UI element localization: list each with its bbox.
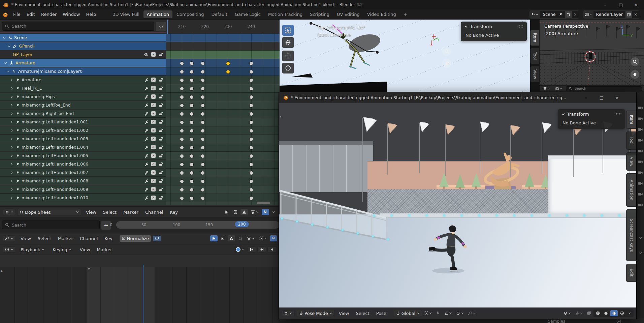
eye-icon[interactable] — [144, 53, 148, 57]
close-button[interactable]: × — [609, 92, 625, 103]
workspace-tab-default[interactable]: Default — [208, 10, 231, 18]
dope-scrollbar-handle[interactable] — [116, 221, 280, 229]
prev-keyframe-button[interactable] — [257, 246, 266, 253]
graph-menu-view[interactable]: View — [17, 235, 34, 242]
viewlayer-copy-button[interactable] — [625, 11, 632, 18]
modifier-wrench-icon[interactable] — [144, 137, 148, 141]
scene-browse-button[interactable] — [530, 11, 540, 18]
keyframe[interactable] — [180, 61, 184, 65]
sidebar-tab-tool[interactable]: Tool — [626, 131, 636, 150]
keyframe-selected[interactable] — [226, 61, 230, 65]
channel-row[interactable]: mixamorig:LeftHandIndex1.004 ✓ — [0, 143, 166, 151]
keyframe[interactable] — [249, 179, 253, 183]
keyframe-selected[interactable] — [226, 70, 230, 74]
orientation-dropdown[interactable]: Global — [394, 310, 422, 317]
keyframe[interactable] — [190, 87, 194, 91]
workspace-tab-uv-editing[interactable]: UV Editing — [333, 10, 363, 18]
channel-search[interactable] — [2, 22, 154, 31]
keyframe[interactable] — [190, 163, 194, 167]
select-box-tool[interactable] — [282, 25, 294, 36]
camera-toggle-icon[interactable] — [638, 127, 643, 131]
modifier-wrench-icon[interactable] — [144, 120, 148, 124]
graph-tweak-tool-icon[interactable] — [210, 235, 218, 241]
workspace-tab-compositing[interactable]: Compositing — [173, 10, 207, 18]
jump-to-start-button[interactable] — [247, 246, 256, 253]
pin-icon[interactable] — [15, 120, 20, 124]
pose-menu-pose[interactable]: Pose — [373, 310, 390, 317]
unlock-icon[interactable] — [159, 112, 163, 116]
keyframe[interactable] — [180, 112, 184, 116]
viewlayer-browse-button[interactable] — [583, 11, 593, 18]
channel-enable-checkbox[interactable]: ✓ — [151, 179, 156, 183]
modifier-wrench-icon[interactable] — [144, 78, 148, 82]
keyframe[interactable] — [190, 112, 194, 116]
only-errors-icon[interactable] — [240, 209, 248, 215]
workspace-tab--[interactable]: + — [400, 10, 411, 18]
unlock-icon[interactable] — [159, 103, 163, 107]
keyframe[interactable] — [201, 146, 205, 150]
pin-icon[interactable] — [15, 179, 20, 183]
workspace-tab-video-editing[interactable]: Video Editing — [364, 10, 399, 18]
channel-row[interactable]: mixamorig:LeftHandIndex1.006 ✓ — [0, 160, 166, 168]
scene-name[interactable]: Scene — [543, 12, 555, 17]
filter-funnel-button[interactable] — [249, 209, 260, 215]
modifier-wrench-icon[interactable] — [144, 103, 148, 107]
graph-only-errors-icon[interactable] — [228, 235, 235, 241]
timeline-expand-arrow[interactable]: ▸ — [1, 268, 3, 273]
chevron-down-icon[interactable] — [638, 236, 642, 240]
pin-icon[interactable] — [15, 128, 20, 133]
channel-enable-checkbox[interactable]: ✓ — [151, 153, 156, 158]
expand-icon[interactable] — [10, 103, 13, 107]
expand-icon[interactable] — [10, 162, 13, 166]
channel-enable-checkbox[interactable]: ✓ — [151, 145, 156, 149]
collapse-icon[interactable] — [4, 61, 7, 65]
menu-help[interactable]: Help — [83, 10, 99, 18]
graph-menu-marker[interactable]: Marker — [55, 235, 76, 242]
minimize-button[interactable]: – — [598, 0, 613, 9]
normalize-button[interactable]: Normalize — [119, 235, 151, 242]
keyframe[interactable] — [180, 188, 184, 192]
maximize-button[interactable]: □ — [613, 0, 629, 9]
keyframe[interactable] — [249, 104, 253, 108]
channel-enable-checkbox[interactable]: ✓ — [151, 162, 156, 166]
keyframe[interactable] — [190, 78, 194, 82]
outliner-display-mode-button[interactable] — [542, 86, 552, 92]
keyframe[interactable] — [201, 112, 205, 116]
channel-enable-checkbox[interactable]: ✓ — [151, 78, 156, 82]
channel-enable-checkbox[interactable]: ✓ — [151, 103, 156, 107]
collapse-icon[interactable] — [561, 112, 565, 116]
modifier-wrench-icon[interactable] — [144, 112, 148, 116]
unlock-icon[interactable] — [159, 120, 163, 124]
camera-toggle-icon[interactable] — [638, 148, 643, 153]
unlock-icon[interactable] — [159, 196, 163, 200]
keyframe[interactable] — [249, 146, 253, 150]
blender-menu-icon[interactable] — [2, 11, 8, 18]
maximize-button[interactable]: □ — [594, 92, 609, 103]
modifier-wrench-icon[interactable] — [144, 86, 148, 90]
expand-icon[interactable] — [10, 78, 13, 82]
channel-enable-checkbox[interactable]: ✓ — [151, 196, 156, 200]
collapse-icon[interactable] — [7, 69, 10, 74]
channel-enable-checkbox[interactable]: ✓ — [151, 170, 156, 175]
show-gizmo-dropdown[interactable] — [562, 310, 573, 316]
keyframe[interactable] — [201, 120, 205, 124]
xray-toggle-icon[interactable] — [585, 310, 593, 316]
camera-toggle-icon[interactable] — [638, 181, 643, 185]
snap-menu-button[interactable] — [270, 209, 277, 215]
auto-normalize-refresh-button[interactable] — [153, 235, 161, 241]
unlock-icon[interactable] — [159, 145, 163, 149]
snap-magnet-icon[interactable] — [434, 310, 442, 316]
pose-menu-select[interactable]: Select — [353, 310, 373, 317]
pin-icon[interactable] — [15, 162, 20, 166]
move-tool[interactable] — [282, 51, 294, 61]
keyframe[interactable] — [190, 120, 194, 124]
keyframe[interactable] — [190, 171, 194, 175]
outliner-search[interactable] — [566, 86, 642, 91]
menu-edit[interactable]: Edit — [24, 10, 38, 18]
playhead-line[interactable] — [143, 265, 143, 323]
keyframe[interactable] — [201, 129, 205, 133]
keyframe[interactable] — [249, 120, 253, 124]
sidebar-tab-animation[interactable]: Animation — [626, 173, 636, 207]
unlock-icon[interactable] — [159, 128, 163, 133]
collapse-icon[interactable] — [7, 44, 11, 48]
